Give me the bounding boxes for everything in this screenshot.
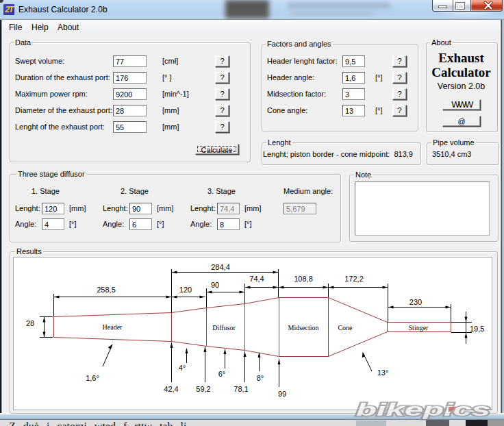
svg-text:230: 230 [410, 298, 422, 306]
svg-text:284,4: 284,4 [211, 263, 230, 271]
svg-text:28: 28 [26, 319, 34, 327]
svg-text:Cone: Cone [338, 324, 353, 331]
svg-text:Stinger: Stinger [409, 324, 429, 331]
svg-text:6°: 6° [218, 370, 226, 378]
svg-text:90: 90 [211, 281, 219, 289]
svg-text:108,8: 108,8 [294, 275, 313, 283]
svg-text:172,2: 172,2 [344, 275, 364, 283]
svg-text:120: 120 [179, 286, 192, 294]
svg-text:78,1: 78,1 [234, 385, 248, 393]
svg-text:99: 99 [278, 390, 286, 398]
svg-text:59,2: 59,2 [196, 385, 210, 393]
svg-text:74,4: 74,4 [249, 275, 264, 283]
svg-text:258,5: 258,5 [97, 286, 116, 294]
svg-text:13°: 13° [377, 368, 389, 377]
svg-text:Header: Header [103, 323, 123, 331]
svg-text:Midsection: Midsection [288, 324, 319, 331]
svg-text:19,5: 19,5 [470, 325, 484, 333]
svg-text:42,4: 42,4 [164, 385, 178, 393]
svg-text:1,6°: 1,6° [86, 374, 99, 382]
svg-text:4°: 4° [179, 364, 186, 372]
svg-text:8°: 8° [257, 374, 264, 382]
svg-text:bikepics: bikepics [356, 399, 490, 420]
svg-text:Diffusor: Diffusor [212, 324, 236, 331]
